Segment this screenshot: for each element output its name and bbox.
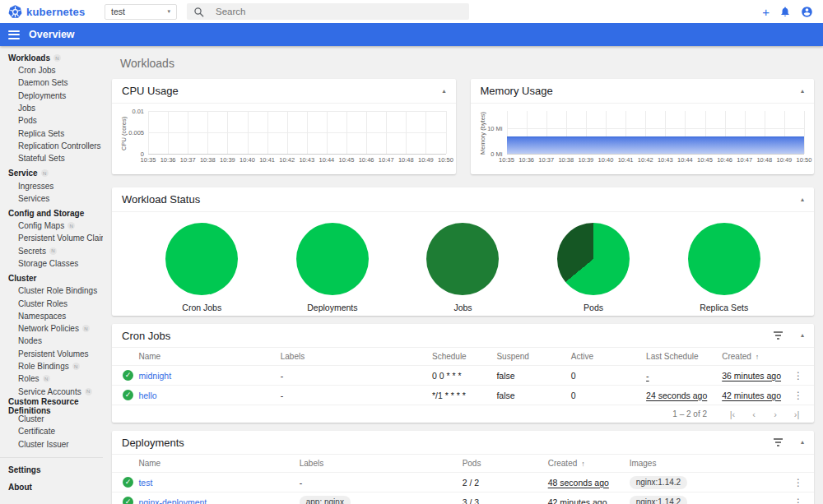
sidebar-item-services[interactable]: Services: [0, 192, 103, 205]
menu-hamburger-icon[interactable]: [8, 30, 20, 39]
sidebar-item-nodes[interactable]: Nodes: [0, 335, 103, 347]
column-header-pods[interactable]: Pods: [463, 455, 548, 473]
resource-link-midnight[interactable]: midnight: [138, 371, 171, 381]
sidebar-item-ingresses[interactable]: Ingresses: [0, 179, 103, 192]
sidebar-item-secrets[interactable]: SecretsN: [0, 245, 103, 257]
sidebar-item-replica-sets[interactable]: Replica Sets: [0, 127, 103, 139]
actions-cell: ⋮: [786, 473, 814, 492]
header-actions: +: [762, 6, 823, 18]
sidebar-item-persistent-volumes[interactable]: Persistent Volumes: [0, 348, 103, 360]
nav-section-custom-resource-definitions: Custom Resource Definitions: [0, 398, 103, 413]
row-menu-kebab-icon[interactable]: ⋮: [786, 390, 811, 401]
sidebar-item-config-maps[interactable]: Config MapsN: [0, 220, 103, 232]
x-tick-label: 10:50: [438, 156, 453, 164]
nav-section-workloads: WorkloadsN: [0, 49, 103, 64]
column-header-labels[interactable]: Labels: [281, 348, 432, 366]
workload-pie-replica-sets: Replica Sets: [675, 223, 774, 312]
column-header-labels[interactable]: Labels: [300, 455, 463, 473]
column-header-label: Images: [630, 459, 657, 468]
x-tick-label: 10:49: [418, 156, 434, 164]
first-page-button[interactable]: |‹: [722, 409, 743, 419]
last-page-button[interactable]: ›|: [786, 409, 807, 419]
filter-icon[interactable]: [772, 330, 784, 341]
kubernetes-logo[interactable]: kubernetes: [0, 5, 105, 19]
search-input[interactable]: [214, 6, 436, 17]
y-tick-label: 0.01: [132, 108, 144, 115]
cron-job-row-midnight: ✓midnight-0 0 * * *false0-36 minutes ago…: [112, 366, 814, 386]
last-schedule-cell: -: [646, 366, 722, 386]
collapse-icon[interactable]: ▴: [801, 88, 804, 95]
column-header-label: Suspend: [496, 352, 528, 361]
sidebar-item-jobs[interactable]: Jobs: [0, 102, 103, 114]
resource-link-hello[interactable]: hello: [138, 391, 156, 400]
namespaced-badge: N: [72, 363, 80, 370]
resource-link-test[interactable]: test: [138, 478, 152, 488]
toolbar: Overview: [0, 23, 823, 46]
collapse-icon[interactable]: ▴: [801, 439, 804, 446]
column-header-active[interactable]: Active: [571, 348, 646, 366]
notifications-bell-icon[interactable]: [779, 6, 791, 17]
nav-item-label: Role Bindings: [18, 362, 69, 371]
column-header-name[interactable]: Name: [138, 455, 299, 473]
sidebar-item-service-accounts[interactable]: Service AccountsN: [0, 386, 103, 398]
namespaced-badge: N: [85, 388, 92, 395]
sidebar-item-stateful-sets[interactable]: Stateful Sets: [0, 152, 103, 164]
row-menu-kebab-icon[interactable]: ⋮: [786, 477, 811, 488]
sidebar-item-network-policies[interactable]: Network PoliciesN: [0, 322, 103, 335]
filter-icon[interactable]: [772, 437, 784, 448]
deployments-card-header: Deployments ▴: [112, 431, 814, 454]
column-header-images[interactable]: Images: [630, 455, 786, 473]
sidebar-item-cluster-issuer[interactable]: Cluster Issuer: [0, 437, 103, 450]
sidebar-item-pods[interactable]: Pods: [0, 114, 103, 127]
search-box[interactable]: [187, 3, 469, 20]
resource-link-nginx-deployment[interactable]: nginx-deployment: [138, 497, 207, 504]
column-header-label: Name: [138, 459, 160, 468]
column-header-name[interactable]: Name: [138, 348, 280, 366]
row-menu-kebab-icon[interactable]: ⋮: [786, 497, 811, 504]
sidebar-item-about[interactable]: About: [0, 479, 103, 496]
sidebar-item-daemon-sets[interactable]: Daemon Sets: [0, 76, 103, 89]
deployments-title: Deployments: [122, 437, 184, 449]
column-header-last-schedule[interactable]: Last Schedule: [646, 348, 722, 366]
gridline-horizontal: [507, 128, 805, 129]
x-tick-label: 10:36: [160, 156, 176, 164]
sidebar-item-deployments[interactable]: Deployments: [0, 90, 103, 102]
x-tick-label: 10:36: [518, 156, 534, 164]
sidebar-item-settings[interactable]: Settings: [0, 461, 103, 479]
sidebar-item-certificate[interactable]: Certificate: [0, 425, 103, 437]
sidebar-nav: WorkloadsNCron JobsDaemon SetsDeployment…: [0, 46, 103, 504]
create-resource-button[interactable]: +: [762, 6, 770, 18]
previous-page-button[interactable]: ‹: [743, 409, 765, 419]
sidebar-item-cron-jobs[interactable]: Cron Jobs: [0, 64, 103, 76]
workload-pie-cron-jobs: Cron Jobs: [152, 223, 251, 312]
next-page-button[interactable]: ›: [765, 409, 786, 419]
collapse-icon[interactable]: ▴: [801, 197, 804, 203]
sidebar-item-persistent-volume-claims[interactable]: Persistent Volume ClaimsN: [0, 232, 103, 244]
column-header-schedule[interactable]: Schedule: [432, 348, 496, 366]
row-menu-kebab-icon[interactable]: ⋮: [786, 370, 811, 381]
column-header-suspend[interactable]: Suspend: [496, 348, 570, 366]
column-header-created[interactable]: Created↑: [548, 455, 630, 473]
sidebar-item-role-bindings[interactable]: Role BindingsN: [0, 360, 103, 372]
sidebar-item-roles[interactable]: RolesN: [0, 372, 103, 385]
sidebar-item-cluster-role-bindings[interactable]: Cluster Role Bindings: [0, 284, 103, 297]
collapse-icon[interactable]: ▴: [442, 88, 445, 95]
column-header-label: Created: [548, 459, 578, 468]
suspend-cell: false: [496, 386, 570, 405]
x-tick-label: 10:40: [239, 156, 255, 164]
sidebar-item-storage-classes[interactable]: Storage Classes: [0, 257, 103, 270]
sidebar-item-replication-controllers[interactable]: Replication Controllers: [0, 140, 103, 152]
x-tick-label: 10:42: [279, 156, 295, 164]
collapse-icon[interactable]: ▴: [801, 332, 804, 339]
main-content: Workloads CPU Usage ▴ CPU (cores) 0.010.…: [103, 46, 823, 504]
name-cell: midnight: [138, 366, 280, 386]
column-header-created[interactable]: Created↑: [722, 348, 786, 366]
namespace-select[interactable]: test ▾: [105, 4, 177, 20]
x-tick-label: 10:39: [579, 156, 594, 164]
sidebar-item-namespaces[interactable]: Namespaces: [0, 310, 103, 322]
workload-status-card: Workload Status ▴ Cron JobsDeploymentsJo…: [112, 187, 814, 316]
user-account-icon[interactable]: [801, 6, 813, 18]
sidebar-item-cluster-roles[interactable]: Cluster Roles: [0, 297, 103, 309]
nav-item-label: Certificate: [18, 427, 55, 436]
x-tick-label: 10:47: [737, 156, 752, 164]
